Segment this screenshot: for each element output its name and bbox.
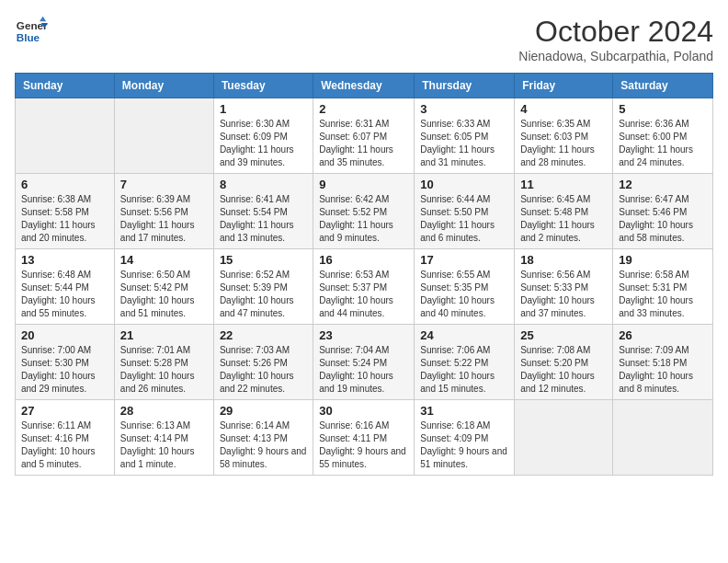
title-block: October 2024 Nienadowa, Subcarpathia, Po…	[518, 15, 713, 63]
calendar-cell: 3Sunrise: 6:33 AM Sunset: 6:05 PM Daylig…	[415, 98, 515, 174]
calendar-header-row: SundayMondayTuesdayWednesdayThursdayFrid…	[16, 74, 713, 98]
calendar-cell: 31Sunrise: 6:18 AM Sunset: 4:09 PM Dayli…	[415, 400, 515, 476]
svg-text:Blue: Blue	[17, 31, 40, 43]
day-header-wednesday: Wednesday	[313, 74, 415, 98]
page-header: General Blue October 2024 Nienadowa, Sub…	[15, 15, 713, 63]
day-number: 15	[220, 253, 307, 267]
day-info: Sunrise: 6:38 AM Sunset: 5:58 PM Dayligh…	[21, 193, 108, 245]
day-header-thursday: Thursday	[415, 74, 515, 98]
day-info: Sunrise: 7:09 AM Sunset: 5:18 PM Dayligh…	[619, 344, 707, 396]
week-row-2: 6Sunrise: 6:38 AM Sunset: 5:58 PM Daylig…	[16, 174, 713, 249]
location-subtitle: Nienadowa, Subcarpathia, Poland	[518, 49, 713, 63]
calendar-cell: 19Sunrise: 6:58 AM Sunset: 5:31 PM Dayli…	[613, 249, 713, 325]
calendar-cell: 1Sunrise: 6:30 AM Sunset: 6:09 PM Daylig…	[213, 98, 313, 174]
day-info: Sunrise: 7:00 AM Sunset: 5:30 PM Dayligh…	[21, 344, 108, 396]
calendar-cell: 30Sunrise: 6:16 AM Sunset: 4:11 PM Dayli…	[313, 400, 415, 476]
calendar-cell: 24Sunrise: 7:06 AM Sunset: 5:22 PM Dayli…	[415, 325, 515, 400]
day-number: 16	[319, 253, 408, 267]
day-number: 12	[619, 178, 707, 191]
day-number: 17	[420, 253, 508, 267]
calendar-cell: 4Sunrise: 6:35 AM Sunset: 6:03 PM Daylig…	[515, 98, 613, 174]
day-number: 18	[520, 253, 607, 267]
day-number: 28	[120, 404, 208, 418]
day-info: Sunrise: 6:53 AM Sunset: 5:37 PM Dayligh…	[319, 269, 408, 320]
day-number: 5	[619, 102, 707, 116]
day-number: 20	[21, 328, 108, 342]
calendar-cell: 21Sunrise: 7:01 AM Sunset: 5:28 PM Dayli…	[114, 325, 213, 400]
calendar-cell: 29Sunrise: 6:14 AM Sunset: 4:13 PM Dayli…	[213, 400, 313, 476]
calendar-cell	[16, 98, 115, 174]
logo-icon: General Blue	[15, 15, 48, 48]
day-header-tuesday: Tuesday	[213, 74, 313, 98]
day-info: Sunrise: 6:52 AM Sunset: 5:39 PM Dayligh…	[220, 269, 307, 320]
day-info: Sunrise: 6:55 AM Sunset: 5:35 PM Dayligh…	[420, 269, 508, 320]
day-number: 11	[520, 178, 607, 191]
month-title: October 2024	[518, 15, 713, 49]
day-number: 6	[21, 178, 108, 191]
day-info: Sunrise: 6:31 AM Sunset: 6:07 PM Dayligh…	[319, 118, 408, 169]
calendar-cell: 14Sunrise: 6:50 AM Sunset: 5:42 PM Dayli…	[114, 249, 213, 325]
day-number: 27	[21, 404, 108, 418]
day-number: 7	[120, 178, 208, 191]
calendar-cell: 6Sunrise: 6:38 AM Sunset: 5:58 PM Daylig…	[16, 174, 115, 249]
day-number: 13	[21, 253, 108, 267]
day-info: Sunrise: 6:44 AM Sunset: 5:50 PM Dayligh…	[420, 193, 508, 245]
day-number: 30	[319, 404, 408, 418]
day-number: 22	[220, 328, 307, 342]
calendar-cell: 5Sunrise: 6:36 AM Sunset: 6:00 PM Daylig…	[613, 98, 713, 174]
week-row-5: 27Sunrise: 6:11 AM Sunset: 4:16 PM Dayli…	[16, 400, 713, 476]
logo: General Blue	[15, 15, 48, 48]
calendar-cell: 9Sunrise: 6:42 AM Sunset: 5:52 PM Daylig…	[313, 174, 415, 249]
day-info: Sunrise: 7:03 AM Sunset: 5:26 PM Dayligh…	[220, 344, 307, 396]
calendar-cell: 22Sunrise: 7:03 AM Sunset: 5:26 PM Dayli…	[213, 325, 313, 400]
calendar-body: 1Sunrise: 6:30 AM Sunset: 6:09 PM Daylig…	[16, 98, 713, 476]
day-info: Sunrise: 7:08 AM Sunset: 5:20 PM Dayligh…	[520, 344, 607, 396]
day-info: Sunrise: 6:14 AM Sunset: 4:13 PM Dayligh…	[220, 419, 307, 471]
day-number: 2	[319, 102, 408, 116]
day-info: Sunrise: 6:33 AM Sunset: 6:05 PM Dayligh…	[420, 118, 508, 169]
day-header-sunday: Sunday	[16, 74, 115, 98]
calendar-cell: 13Sunrise: 6:48 AM Sunset: 5:44 PM Dayli…	[16, 249, 115, 325]
day-header-saturday: Saturday	[613, 74, 713, 98]
day-header-friday: Friday	[515, 74, 613, 98]
calendar-cell: 7Sunrise: 6:39 AM Sunset: 5:56 PM Daylig…	[114, 174, 213, 249]
day-info: Sunrise: 6:45 AM Sunset: 5:48 PM Dayligh…	[520, 193, 607, 245]
calendar-cell: 26Sunrise: 7:09 AM Sunset: 5:18 PM Dayli…	[613, 325, 713, 400]
day-number: 24	[420, 328, 508, 342]
week-row-3: 13Sunrise: 6:48 AM Sunset: 5:44 PM Dayli…	[16, 249, 713, 325]
day-info: Sunrise: 7:06 AM Sunset: 5:22 PM Dayligh…	[420, 344, 508, 396]
day-info: Sunrise: 6:30 AM Sunset: 6:09 PM Dayligh…	[220, 118, 307, 169]
day-number: 19	[619, 253, 707, 267]
calendar-cell	[114, 98, 213, 174]
calendar-cell: 10Sunrise: 6:44 AM Sunset: 5:50 PM Dayli…	[415, 174, 515, 249]
day-number: 9	[319, 178, 408, 191]
day-info: Sunrise: 6:42 AM Sunset: 5:52 PM Dayligh…	[319, 193, 408, 245]
day-info: Sunrise: 7:01 AM Sunset: 5:28 PM Dayligh…	[120, 344, 208, 396]
day-info: Sunrise: 7:04 AM Sunset: 5:24 PM Dayligh…	[319, 344, 408, 396]
calendar-cell: 25Sunrise: 7:08 AM Sunset: 5:20 PM Dayli…	[515, 325, 613, 400]
day-info: Sunrise: 6:11 AM Sunset: 4:16 PM Dayligh…	[21, 419, 108, 471]
calendar-cell: 17Sunrise: 6:55 AM Sunset: 5:35 PM Dayli…	[415, 249, 515, 325]
day-header-monday: Monday	[114, 74, 213, 98]
calendar-cell: 27Sunrise: 6:11 AM Sunset: 4:16 PM Dayli…	[16, 400, 115, 476]
calendar-cell: 12Sunrise: 6:47 AM Sunset: 5:46 PM Dayli…	[613, 174, 713, 249]
day-number: 29	[220, 404, 307, 418]
day-info: Sunrise: 6:41 AM Sunset: 5:54 PM Dayligh…	[220, 193, 307, 245]
day-info: Sunrise: 6:39 AM Sunset: 5:56 PM Dayligh…	[120, 193, 208, 245]
calendar-cell: 23Sunrise: 7:04 AM Sunset: 5:24 PM Dayli…	[313, 325, 415, 400]
day-number: 21	[120, 328, 208, 342]
day-number: 10	[420, 178, 508, 191]
day-info: Sunrise: 6:36 AM Sunset: 6:00 PM Dayligh…	[619, 118, 707, 169]
day-info: Sunrise: 6:48 AM Sunset: 5:44 PM Dayligh…	[21, 269, 108, 320]
day-number: 31	[420, 404, 508, 418]
calendar-table: SundayMondayTuesdayWednesdayThursdayFrid…	[15, 73, 713, 476]
calendar-cell	[613, 400, 713, 476]
calendar-cell: 15Sunrise: 6:52 AM Sunset: 5:39 PM Dayli…	[213, 249, 313, 325]
day-info: Sunrise: 6:50 AM Sunset: 5:42 PM Dayligh…	[120, 269, 208, 320]
day-info: Sunrise: 6:56 AM Sunset: 5:33 PM Dayligh…	[520, 269, 607, 320]
day-info: Sunrise: 6:47 AM Sunset: 5:46 PM Dayligh…	[619, 193, 707, 245]
day-number: 8	[220, 178, 307, 191]
calendar-cell: 28Sunrise: 6:13 AM Sunset: 4:14 PM Dayli…	[114, 400, 213, 476]
day-info: Sunrise: 6:35 AM Sunset: 6:03 PM Dayligh…	[520, 118, 607, 169]
calendar-cell: 11Sunrise: 6:45 AM Sunset: 5:48 PM Dayli…	[515, 174, 613, 249]
